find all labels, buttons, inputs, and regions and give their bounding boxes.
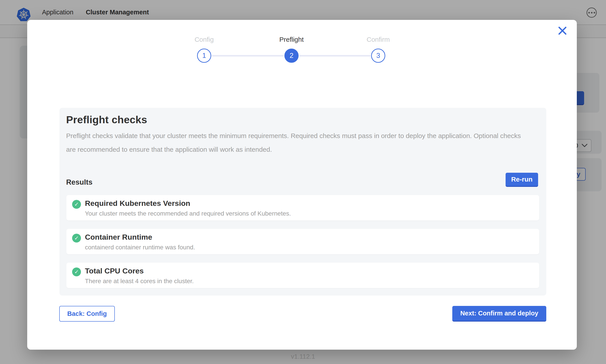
check-title: Required Kubernetes Version (85, 199, 190, 208)
check-result-item: ✓ Required Kubernetes Version Your clust… (66, 195, 539, 221)
check-pass-icon: ✓ (72, 200, 81, 209)
back-config-button[interactable]: Back: Config (59, 306, 115, 322)
check-result-item: ✓ Container Runtime containerd container… (66, 229, 539, 254)
check-result-item: ✓ Total CPU Cores There are at least 4 c… (66, 263, 539, 288)
close-icon (558, 26, 567, 36)
modal-title: Preflight checks (66, 114, 147, 126)
step-circle-preflight: 2 (284, 49, 299, 63)
check-pass-icon: ✓ (72, 267, 81, 276)
check-detail: There are at least 4 cores in the cluste… (85, 278, 194, 285)
modal-description: Preflight checks validate that your clus… (66, 129, 530, 156)
step-circle-config: 1 (197, 49, 211, 63)
preflight-checks-modal: Config Preflight Confirm 1 2 3 Preflight… (27, 20, 577, 350)
step-label-preflight: Preflight (256, 36, 327, 43)
check-detail: Your cluster meets the recommended and r… (85, 210, 291, 217)
check-pass-icon: ✓ (72, 234, 81, 243)
step-label-confirm: Confirm (343, 36, 413, 43)
step-circle-confirm: 3 (371, 49, 385, 63)
results-heading: Results (66, 178, 93, 186)
check-detail: containerd container runtime was found. (85, 244, 195, 251)
stepper-connector (299, 55, 371, 57)
preflight-panel: Preflight checks Preflight checks valida… (59, 108, 546, 296)
next-confirm-deploy-button[interactable]: Next: Confirm and deploy (452, 306, 546, 322)
rerun-button[interactable]: Re-run (506, 173, 538, 187)
step-label-config: Config (169, 36, 239, 43)
check-title: Container Runtime (85, 233, 152, 241)
close-modal-button[interactable] (557, 26, 568, 36)
stepper-connector (212, 55, 284, 57)
check-title: Total CPU Cores (85, 267, 144, 275)
